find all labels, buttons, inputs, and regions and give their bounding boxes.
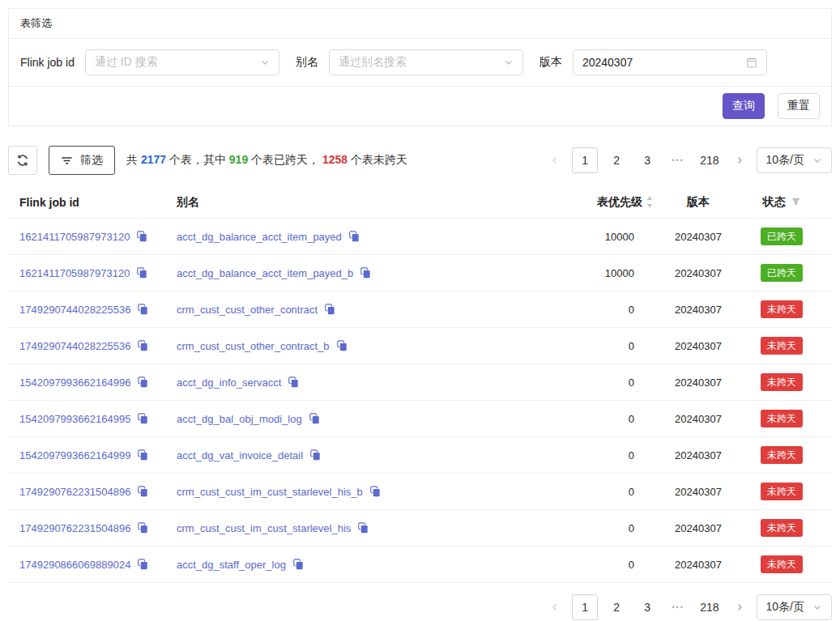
version-value: 20240307 (675, 449, 722, 461)
status-cell: 未跨天 (743, 410, 821, 427)
copy-icon[interactable] (137, 376, 148, 388)
copy-icon[interactable] (136, 267, 147, 279)
flink-job-id-label: Flink job id (20, 56, 75, 69)
version-cell: 20240307 (654, 522, 743, 534)
priority-cell: 0 (492, 449, 654, 461)
alias-link[interactable]: acct_dg_balance_acct_item_payed (177, 231, 342, 243)
alias-link[interactable]: acct_dg_vat_invoice_detail (177, 449, 303, 461)
copy-icon[interactable] (336, 340, 348, 351)
flink-job-id-cell: 1749290866069889024 (19, 559, 177, 571)
flink-job-id-link[interactable]: 1749290866069889024 (19, 559, 130, 571)
status-cell: 未跨天 (743, 483, 821, 500)
copy-icon[interactable] (137, 449, 148, 461)
query-button[interactable]: 查询 (723, 93, 765, 119)
copy-icon[interactable] (309, 413, 320, 424)
alias-link[interactable]: acct_dg_bal_obj_modi_log (177, 413, 302, 425)
copy-icon[interactable] (137, 522, 148, 534)
flink-job-id-link[interactable]: 1542097993662164995 (19, 413, 130, 425)
version-value: 20240307 (675, 267, 722, 279)
flink-job-id-cell: 1542097993662164995 (19, 413, 177, 425)
prev-page-button[interactable] (544, 148, 565, 172)
copy-icon[interactable] (324, 304, 335, 315)
copy-icon[interactable] (360, 267, 371, 279)
alias-cell: acct_dg_balance_acct_item_payed_b (177, 267, 492, 279)
column-header-priority[interactable]: 表优先级 (492, 195, 654, 210)
copy-icon[interactable] (137, 559, 148, 570)
alias-cell: crm_cust_cust_other_contract_b (177, 340, 492, 352)
table-row: 1749290762231504896 crm_cust_cust_im_cus… (8, 510, 832, 547)
priority-value: 0 (629, 522, 634, 534)
flink-job-id-link[interactable]: 1749290762231504896 (19, 486, 130, 498)
page-ellipsis[interactable]: ••• (666, 148, 690, 172)
flink-job-id-link[interactable]: 1542097993662164996 (19, 376, 130, 389)
copy-icon[interactable] (292, 559, 304, 570)
next-page-button[interactable] (729, 595, 750, 619)
page-size-select[interactable]: 10条/页 (757, 147, 832, 173)
flink-job-id-cell: 1621411705987973120 (19, 267, 177, 279)
page-button-1[interactable]: 1 (572, 594, 598, 620)
copy-icon[interactable] (137, 413, 148, 424)
page-size-select[interactable]: 10条/页 (757, 594, 832, 620)
copy-icon[interactable] (137, 304, 148, 315)
priority-cell: 0 (492, 304, 654, 316)
alias-link[interactable]: acct_dg_staff_oper_log (177, 559, 286, 571)
priority-cell: 0 (492, 413, 654, 425)
column-header-status[interactable]: 状态 (743, 195, 821, 210)
reset-button[interactable]: 重置 (778, 93, 820, 119)
alias-link[interactable]: crm_cust_cust_im_cust_starlevel_his (177, 522, 351, 534)
page-button-218[interactable]: 218 (697, 595, 722, 619)
version-input[interactable] (582, 56, 728, 69)
copy-icon[interactable] (357, 522, 369, 534)
flink-job-id-link[interactable]: 1621411705987973120 (19, 231, 130, 243)
copy-icon[interactable] (137, 486, 148, 497)
refresh-button[interactable] (8, 146, 37, 175)
version-field: 版本 (539, 49, 767, 75)
status-badge: 已跨天 (761, 228, 803, 245)
flink-job-id-link[interactable]: 1542097993662164999 (19, 449, 130, 461)
column-header-flink-job-id: Flink job id (19, 196, 177, 209)
filter-button[interactable]: 筛选 (49, 146, 115, 175)
filter-funnel-icon[interactable] (791, 197, 801, 207)
page-button-2[interactable]: 2 (604, 148, 629, 172)
status-cell: 未跨天 (743, 373, 821, 391)
flink-job-id-select[interactable]: 通过 ID 搜索 (85, 49, 279, 75)
status-cell: 未跨天 (743, 300, 821, 318)
flink-job-id-link[interactable]: 1621411705987973120 (19, 267, 130, 279)
alias-select[interactable]: 通过别名搜索 (329, 49, 523, 75)
priority-cell: 0 (492, 340, 654, 352)
alias-link[interactable]: crm_cust_cust_other_contract (177, 304, 318, 316)
alias-cell: acct_dg_bal_obj_modi_log (177, 413, 492, 425)
page-button-3[interactable]: 3 (635, 148, 659, 172)
copy-icon[interactable] (136, 231, 147, 242)
flink-job-id-link[interactable]: 1749290744028225536 (19, 340, 130, 352)
page-button-1[interactable]: 1 (572, 147, 598, 173)
chevron-down-icon (504, 57, 514, 67)
priority-value: 0 (629, 559, 634, 571)
flink-job-id-link[interactable]: 1749290744028225536 (19, 304, 130, 316)
prev-page-button[interactable] (544, 595, 565, 619)
sort-icon[interactable] (646, 195, 654, 209)
table-row: 1749290866069889024 acct_dg_staff_oper_l… (8, 547, 832, 583)
page-ellipsis[interactable]: ••• (666, 595, 690, 619)
table-body: 1621411705987973120 acct_dg_balance_acct… (8, 219, 832, 583)
copy-icon[interactable] (137, 340, 148, 351)
version-date-input[interactable] (573, 49, 767, 75)
page-button-2[interactable]: 2 (604, 595, 629, 619)
copy-icon[interactable] (309, 449, 321, 461)
status-badge: 未跨天 (761, 555, 803, 573)
alias-link[interactable]: crm_cust_cust_im_cust_starlevel_his_b (177, 486, 363, 498)
pagination: 123•••218 10条/页 (544, 594, 832, 620)
page-button-3[interactable]: 3 (635, 595, 659, 619)
next-page-button[interactable] (729, 148, 750, 172)
alias-link[interactable]: acct_dg_info_servacct (177, 376, 281, 389)
status-badge: 未跨天 (761, 373, 803, 391)
alias-cell: acct_dg_info_servacct (177, 376, 492, 389)
copy-icon[interactable] (288, 376, 299, 388)
alias-link[interactable]: crm_cust_cust_other_contract_b (177, 340, 330, 352)
copy-icon[interactable] (348, 231, 360, 242)
page-button-218[interactable]: 218 (697, 148, 722, 172)
flink-job-id-link[interactable]: 1749290762231504896 (19, 522, 130, 534)
copy-icon[interactable] (369, 486, 381, 497)
filter-button-label: 筛选 (80, 153, 103, 168)
alias-link[interactable]: acct_dg_balance_acct_item_payed_b (177, 267, 353, 279)
